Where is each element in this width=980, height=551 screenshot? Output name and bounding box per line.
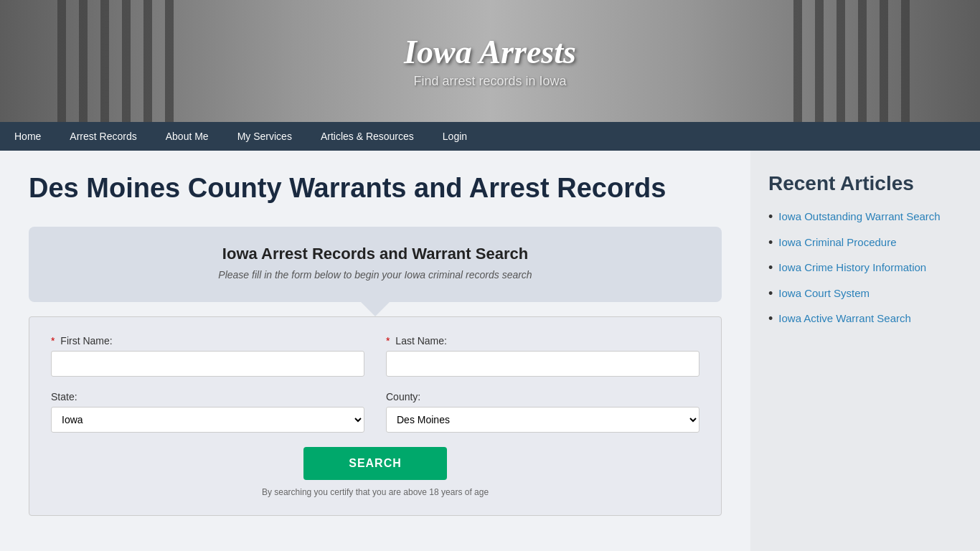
bullet-icon-4: •	[768, 311, 773, 327]
nav-home[interactable]: Home	[0, 122, 55, 151]
bullet-icon-2: •	[768, 260, 773, 276]
header-bars-left	[57, 0, 187, 122]
first-name-label: * First Name:	[51, 335, 364, 347]
first-name-input[interactable]	[51, 351, 364, 377]
nav-login[interactable]: Login	[428, 122, 481, 151]
header-bars-right	[793, 0, 923, 122]
site-header: Iowa Arrests Find arrest records in Iowa	[0, 0, 980, 122]
main-content: Des Moines County Warrants and Arrest Re…	[0, 151, 750, 551]
site-subtitle: Find arrest records in Iowa	[404, 74, 576, 89]
list-item: • Iowa Court System	[768, 286, 962, 302]
site-title: Iowa Arrests	[404, 33, 576, 71]
sidebar-link-1[interactable]: Iowa Criminal Procedure	[778, 235, 896, 250]
list-item: • Iowa Crime History Information	[768, 260, 962, 276]
sidebar-title: Recent Articles	[768, 172, 962, 195]
last-name-required-star: *	[386, 335, 390, 347]
last-name-label: * Last Name:	[386, 335, 699, 347]
sidebar-link-0[interactable]: Iowa Outstanding Warrant Search	[778, 209, 940, 224]
form-row-names: * First Name: * Last Name:	[51, 335, 699, 377]
search-button[interactable]: SEARCH	[303, 447, 447, 480]
county-label: County:	[386, 391, 699, 402]
search-box-title: Iowa Arrest Records and Warrant Search	[50, 245, 700, 263]
state-select[interactable]: Iowa	[51, 407, 364, 433]
first-name-group: * First Name:	[51, 335, 364, 377]
form-row-location: State: Iowa County: Des Moines	[51, 391, 699, 433]
county-group: County: Des Moines	[386, 391, 699, 433]
header-text: Iowa Arrests Find arrest records in Iowa	[404, 33, 576, 89]
nav-articles-resources[interactable]: Articles & Resources	[306, 122, 428, 151]
main-nav: Home Arrest Records About Me My Services…	[0, 122, 980, 151]
search-info-box: Iowa Arrest Records and Warrant Search P…	[29, 227, 722, 302]
list-item: • Iowa Active Warrant Search	[768, 311, 962, 327]
state-label: State:	[51, 391, 364, 402]
list-item: • Iowa Outstanding Warrant Search	[768, 209, 962, 225]
sidebar: Recent Articles • Iowa Outstanding Warra…	[750, 151, 980, 551]
page-container: Des Moines County Warrants and Arrest Re…	[0, 151, 980, 551]
county-select[interactable]: Des Moines	[386, 407, 699, 433]
state-group: State: Iowa	[51, 391, 364, 433]
page-title: Des Moines County Warrants and Arrest Re…	[29, 172, 722, 205]
nav-arrest-records[interactable]: Arrest Records	[55, 122, 151, 151]
last-name-group: * Last Name:	[386, 335, 699, 377]
nav-about-me[interactable]: About Me	[151, 122, 223, 151]
bullet-icon-3: •	[768, 286, 773, 302]
sidebar-link-3[interactable]: Iowa Court System	[778, 286, 870, 301]
search-form-container: * First Name: * Last Name: State:	[29, 316, 722, 516]
nav-my-services[interactable]: My Services	[223, 122, 306, 151]
sidebar-link-2[interactable]: Iowa Crime History Information	[778, 260, 926, 275]
form-note: By searching you certify that you are ab…	[51, 487, 699, 497]
last-name-input[interactable]	[386, 351, 699, 377]
arrow-down-indicator	[361, 302, 390, 316]
sidebar-link-4[interactable]: Iowa Active Warrant Search	[778, 311, 911, 326]
search-box-subtitle: Please fill in the form below to begin y…	[50, 269, 700, 281]
sidebar-articles-list: • Iowa Outstanding Warrant Search • Iowa…	[768, 209, 962, 327]
first-name-required-star: *	[51, 335, 55, 347]
list-item: • Iowa Criminal Procedure	[768, 235, 962, 251]
bullet-icon-0: •	[768, 209, 773, 225]
bullet-icon-1: •	[768, 235, 773, 251]
